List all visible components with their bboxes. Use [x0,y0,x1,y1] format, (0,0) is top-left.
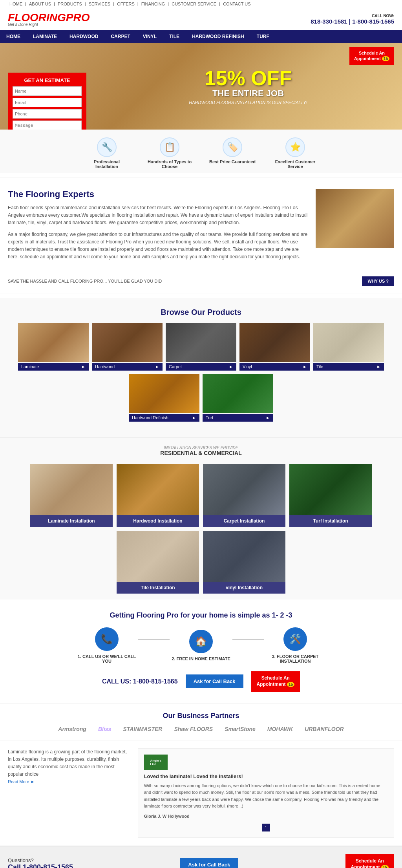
estimate-message-input[interactable] [13,121,82,130]
about-image [316,189,394,248]
estimate-form-title: GET AN ESTIMATE [13,77,82,83]
bottom-badge: 15 [381,865,389,868]
install-vinyl[interactable]: vinyl Installation [203,531,285,594]
install-caption-vinyl: vinyl Installation [203,582,285,594]
step-2-label: 2. FREE IN HOME ESTIMATE [170,656,232,661]
top-nav-contact[interactable]: CONTACT US [223,2,251,6]
install-tile[interactable]: Tile Installation [117,531,199,594]
steps-callback-button[interactable]: Ask for Call Back [186,674,243,688]
hero-content: 15% OFF THE ENTIRE JOB HARDWOOD FLOORS I… [94,68,402,105]
steps-section: Getting Flooring Pro for your home is si… [0,599,402,703]
top-nav-products[interactable]: PRODUCTS [58,2,82,6]
steps-cta: CALL US: 1-800-815-1565 Ask for Call Bac… [8,671,394,691]
product-hardwood-refinish[interactable]: Hardwood Refinish► [129,374,199,422]
products-grid: Laminate► Hardwood► Carpet► Vinyl► Tile► [0,323,402,429]
product-vinyl[interactable]: Vinyl► [239,323,310,371]
install-sub: INSTALLATION SERVICES WE PROVIDE [0,446,402,450]
partner-stainmaster: STAINMASTER [123,726,162,732]
estimate-name-input[interactable] [13,86,82,96]
step-1: 📞 1. CALL US OR WE'LL CALL YOU [75,627,138,663]
top-nav-offers[interactable]: OFFERS [117,2,135,6]
bottom-schedule-button[interactable]: Schedule AnAppointment 15 [345,854,394,868]
bottom-callback-button[interactable]: Ask for Call Back [180,858,238,868]
steps-title: Getting Flooring Pro for your home is si… [8,611,394,619]
top-nav-about[interactable]: ABOUT US [29,2,51,6]
nav-turf[interactable]: TURF [250,30,276,43]
install-img-hardwood [117,464,199,515]
top-nav-links: HOME | ABOUT US | PRODUCTS | SERVICES | … [8,2,252,6]
step-connector-1 [138,639,170,640]
bottom-schedule-label: Schedule AnAppointment [351,858,384,868]
feature-label-professional: Professional Installation [83,159,130,169]
install-img-vinyl [203,531,285,582]
hero-schedule-button[interactable]: Schedule AnAppointment 15 [349,47,394,65]
step-3: 🛠️ 3. FLOOR OR CARPET INSTALLATION [264,627,327,663]
step-3-label: 3. FLOOR OR CARPET INSTALLATION [264,654,327,663]
bottom-questions: Questions? [8,857,73,863]
about-tagline: SAVE THE HASSLE AND CALL FLOORING PRO...… [8,279,162,283]
testimonial-left-text: Laminate flooring is a growing part of t… [8,748,130,778]
install-img-turf [289,464,372,515]
install-caption-hardwood: Hardwood Installation [117,515,199,527]
install-img-laminate [30,464,113,515]
steps-badge: 15 [287,682,294,687]
why-us-button[interactable]: WHY US ? [362,276,394,286]
feature-icon-service: ⭐ [285,137,305,157]
install-turf[interactable]: Turf Installation [289,464,372,527]
phone-numbers: 818-330-1581 | 1-800-815-1565 [311,18,394,25]
install-carpet[interactable]: Carpet Installation [203,464,285,527]
product-label-laminate: Laminate► [18,363,89,371]
top-nav-financing[interactable]: FINANCING [141,2,165,6]
bottom-phone: Call 1-800-815-1565 [8,863,73,868]
install-hardwood[interactable]: Hardwood Installation [117,464,199,527]
estimate-phone-input[interactable] [13,109,82,119]
partner-urbanfloor: URBANFLOOR [305,726,344,732]
product-turf[interactable]: Turf► [203,374,273,422]
about-footer: SAVE THE HASSLE AND CALL FLOORING PRO...… [0,276,402,294]
feature-label-price: Best Price Guaranteed [209,159,256,164]
steps-schedule-button[interactable]: Schedule AnAppointment 15 [251,671,300,691]
hero-title: THE ENTIRE JOB [94,88,402,99]
product-img-tile [313,323,384,362]
main-nav: HOME LAMINATE HARDWOOD CARPET VINYL TILE… [0,30,402,43]
nav-laminate[interactable]: LAMINATE [27,30,63,43]
hero-schedule-label: Schedule AnAppointment [354,51,385,61]
steps-schedule-label: Schedule AnAppointment [257,675,290,687]
read-more-link[interactable]: Read More ► [8,779,35,784]
nav-tile[interactable]: TILE [163,30,186,43]
steps-row: 📞 1. CALL US OR WE'LL CALL YOU 🏠 2. FREE… [8,627,394,663]
product-hardwood[interactable]: Hardwood► [92,323,163,371]
step-1-label: 1. CALL US OR WE'LL CALL YOU [75,654,138,663]
top-nav-services[interactable]: SERVICES [89,2,110,6]
estimate-email-input[interactable] [13,98,82,107]
about-title: The Flooring Experts [8,189,308,199]
partner-armstrong: Armstrong [58,726,86,732]
product-img-hardwood [92,323,163,362]
bottom-call-text: Questions? Call 1-800-815-1565 [8,857,73,868]
estimate-form: GET AN ESTIMATE SEND [8,73,86,130]
partner-mohawk: MOHAWK [267,726,293,732]
testimonial-section: Laminate flooring is a growing part of t… [0,740,402,846]
install-main: RESIDENTIAL & COMMERCIAL [0,450,402,456]
top-nav-customer[interactable]: CUSTOMER SERVICE [172,2,216,6]
partner-smartstone: SmartStone [225,726,256,732]
nav-hardwood-refinish[interactable]: HARDWOOD REFINISH [186,30,250,43]
top-nav-home[interactable]: HOME [9,2,22,6]
nav-home[interactable]: HOME [0,30,27,43]
about-p2: As a major flooring company, we give gre… [8,231,308,261]
nav-carpet[interactable]: CARPET [104,30,136,43]
feature-professional: 🔧 Professional Installation [83,137,130,169]
product-carpet[interactable]: Carpet► [166,323,236,371]
about-section-wrapper: The Flooring Experts Each floor needs sp… [0,177,402,294]
install-img-tile [117,531,199,582]
product-laminate[interactable]: Laminate► [18,323,89,371]
install-laminate[interactable]: Laminate Installation [30,464,113,527]
bottom-cta: Questions? Call 1-800-815-1565 Ask for C… [0,846,402,868]
product-img-carpet [166,323,236,362]
nav-hardwood[interactable]: HARDWOOD [63,30,104,43]
partners-row: Armstrong Bliss STAINMASTER Shaw FLOORS … [8,726,394,732]
product-tile[interactable]: Tile► [313,323,384,371]
partners-section: Our Business Partners Armstrong Bliss ST… [0,704,402,740]
nav-vinyl[interactable]: VINYL [137,30,163,43]
phone-block: CALL NOW: 818-330-1581 | 1-800-815-1565 [311,14,394,25]
